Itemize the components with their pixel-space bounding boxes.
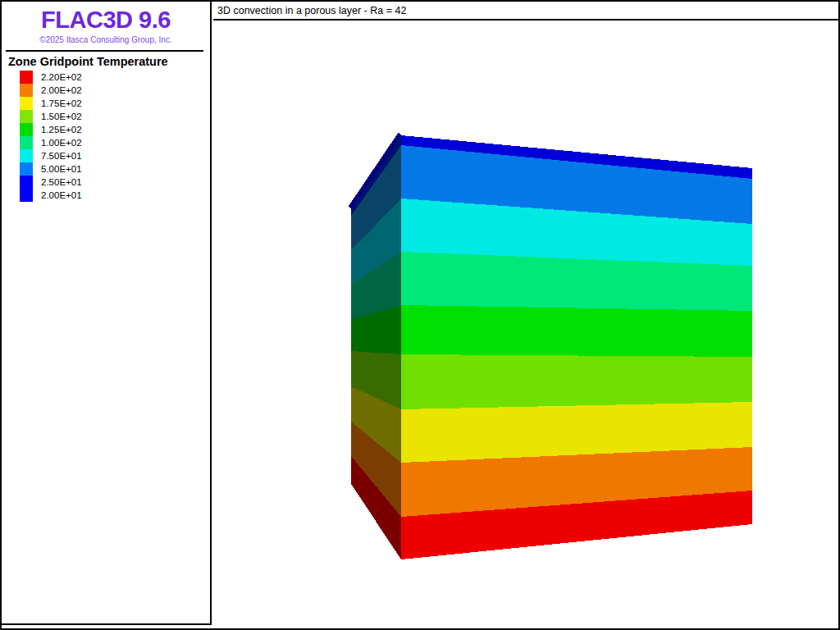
logo-separator [6,50,203,52]
flac3d-window: FLAC3D 9.6 ©2025 Itasca Consulting Group… [0,0,840,630]
app-logo: FLAC3D 9.6 [2,7,210,34]
band-front-chartreuse[interactable] [401,354,752,409]
legend-value: 7.50E+01 [41,151,82,161]
app-copyright: ©2025 Itasca Consulting Group, Inc. [2,35,210,44]
legend-value: 2.20E+02 [41,72,82,82]
legend-row: 1.75E+02 [20,97,210,110]
legend-color-swatch [20,136,33,149]
legend-row: 2.20E+02 [20,71,210,84]
legend-row: 7.50E+01 [20,149,210,162]
plot-main-area: 3D convection in a porous layer - Ra = 4… [213,2,838,628]
plot-title-bar: 3D convection in a porous layer - Ra = 4… [213,2,838,21]
legend-value: 1.75E+02 [41,98,82,108]
legend-value: 2.00E+02 [41,85,82,95]
legend-row: 1.50E+02 [20,110,210,123]
legend-row: 2.50E+01 [20,176,210,189]
legend-color-swatch [20,110,33,123]
legend-row: 2.00E+02 [20,84,210,97]
legend-color-swatch [20,123,33,136]
temperature-legend: 2.20E+022.00E+021.75E+021.50E+021.25E+02… [20,71,210,202]
legend-value: 1.00E+02 [41,138,82,148]
legend-row: 1.25E+02 [20,123,210,136]
legend-value: 2.50E+01 [41,177,82,187]
legend-color-swatch [20,97,33,110]
legend-row: 5.00E+01 [20,162,210,176]
legend-value: 1.50E+02 [41,112,82,121]
legend-title: Zone Gridpoint Temperature [8,55,210,68]
plot-title: 3D convection in a porous layer - Ra = 4… [217,5,406,16]
plot-viewport-3d[interactable] [213,22,838,628]
legend-value: 2.00E+01 [41,190,82,200]
legend-color-swatch [20,189,33,202]
legend-color-swatch [20,176,33,189]
legend-color-swatch [20,149,33,162]
temperature-box-3d[interactable] [213,22,838,628]
sidebar-legend-panel: FLAC3D 9.6 ©2025 Itasca Consulting Group… [2,2,212,625]
legend-row: 1.00E+02 [20,136,210,149]
legend-value: 1.25E+02 [41,125,82,135]
legend-color-swatch [20,162,33,176]
legend-color-swatch [20,84,33,97]
legend-value: 5.00E+01 [41,164,82,174]
legend-color-swatch [20,71,33,84]
band-front-green[interactable] [401,305,752,357]
legend-row: 2.00E+01 [20,189,210,202]
